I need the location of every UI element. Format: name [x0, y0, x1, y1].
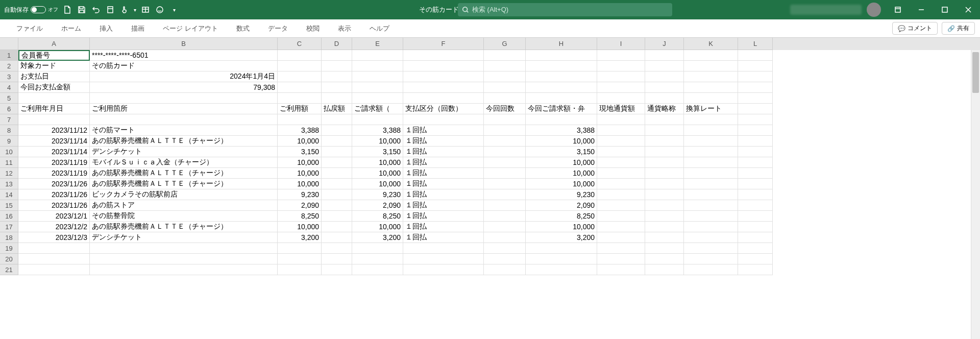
cell[interactable]	[738, 254, 773, 264]
cell[interactable]: デンシチケット	[90, 147, 278, 157]
cell[interactable]	[738, 243, 773, 254]
cell[interactable]	[738, 179, 773, 189]
search-input[interactable]: 検索 (Alt+Q)	[458, 3, 672, 16]
cell[interactable]	[645, 147, 684, 157]
cell[interactable]	[684, 200, 738, 211]
cell[interactable]: 2023/11/26	[18, 189, 90, 200]
cell[interactable]: ご利用年月日	[18, 104, 90, 114]
row-header-21[interactable]: 21	[0, 264, 18, 275]
cell[interactable]: 8,250	[352, 211, 403, 222]
cell[interactable]: 2023/12/2	[18, 222, 90, 232]
cell[interactable]	[322, 93, 352, 104]
column-header-H[interactable]: H	[526, 38, 597, 50]
cell[interactable]	[684, 254, 738, 264]
cell[interactable]	[738, 125, 773, 136]
cell[interactable]	[322, 254, 352, 264]
ribbon-tab-1[interactable]: ホーム	[52, 20, 90, 37]
cell[interactable]: 3,200	[526, 232, 597, 243]
cell[interactable]: １回払	[403, 189, 484, 200]
calculator-icon[interactable]	[105, 5, 115, 15]
save-icon[interactable]	[77, 5, 87, 15]
cell[interactable]	[597, 114, 645, 125]
cell[interactable]	[645, 211, 684, 222]
cell[interactable]	[352, 254, 403, 264]
cell[interactable]: 10,000	[352, 168, 403, 179]
cell[interactable]: 現地通貨額	[597, 104, 645, 114]
column-header-I[interactable]: I	[597, 38, 645, 50]
row-header-9[interactable]: 9	[0, 136, 18, 147]
cell[interactable]	[322, 243, 352, 254]
cell[interactable]: その筋整骨院	[90, 211, 278, 222]
share-button[interactable]: 🔗 共有	[942, 22, 975, 35]
face-icon[interactable]	[155, 5, 165, 15]
cell[interactable]: 今回ご請求額・弁	[526, 104, 597, 114]
cell[interactable]	[684, 93, 738, 104]
row-header-17[interactable]: 17	[0, 222, 18, 232]
cell[interactable]	[484, 254, 526, 264]
cell[interactable]	[597, 50, 645, 61]
cell[interactable]: 10,000	[526, 157, 597, 168]
column-header-J[interactable]: J	[645, 38, 684, 50]
cell[interactable]	[526, 93, 597, 104]
cell[interactable]: １回払	[403, 200, 484, 211]
ribbon-tab-9[interactable]: ヘルプ	[360, 20, 399, 37]
cell[interactable]	[484, 82, 526, 93]
cell[interactable]	[738, 114, 773, 125]
cell[interactable]	[684, 50, 738, 61]
ribbon-tab-7[interactable]: 校閲	[297, 20, 329, 37]
column-header-B[interactable]: B	[90, 38, 278, 50]
cell[interactable]: 2023/11/14	[18, 136, 90, 147]
cell[interactable]: 2023/11/19	[18, 157, 90, 168]
cell[interactable]: 3,388	[352, 125, 403, 136]
column-header-E[interactable]: E	[352, 38, 403, 50]
row-header-10[interactable]: 10	[0, 147, 18, 157]
cell[interactable]	[684, 136, 738, 147]
cell[interactable]: 2023/11/14	[18, 147, 90, 157]
cell[interactable]	[322, 114, 352, 125]
cell[interactable]	[352, 50, 403, 61]
customize-qat-icon[interactable]: ▾	[173, 7, 176, 13]
scrollbar-thumb[interactable]	[972, 52, 979, 93]
cell[interactable]	[597, 243, 645, 254]
cell[interactable]	[484, 50, 526, 61]
cell[interactable]	[322, 211, 352, 222]
cell[interactable]	[597, 71, 645, 82]
cell[interactable]	[738, 157, 773, 168]
row-header-13[interactable]: 13	[0, 179, 18, 189]
select-all-corner[interactable]	[0, 38, 18, 50]
cell[interactable]	[18, 264, 90, 275]
cell[interactable]	[526, 254, 597, 264]
cell[interactable]	[18, 114, 90, 125]
cell[interactable]	[645, 157, 684, 168]
cell[interactable]: あの筋駅券売機前ＡＬＴＴＥ（チャージ）	[90, 136, 278, 147]
row-header-3[interactable]: 3	[0, 71, 18, 82]
cell[interactable]	[322, 71, 352, 82]
cell[interactable]	[484, 147, 526, 157]
cell[interactable]: 換算レート	[684, 104, 738, 114]
cell[interactable]	[484, 264, 526, 275]
cell[interactable]	[322, 147, 352, 157]
ribbon-tab-6[interactable]: データ	[259, 20, 297, 37]
cell[interactable]	[645, 168, 684, 179]
cell[interactable]	[684, 222, 738, 232]
cell[interactable]	[684, 243, 738, 254]
cell[interactable]	[322, 61, 352, 71]
column-header-F[interactable]: F	[403, 38, 484, 50]
cell[interactable]: 3,150	[278, 147, 322, 157]
cell[interactable]	[278, 264, 322, 275]
cell[interactable]: 会員番号	[18, 50, 90, 61]
cell[interactable]	[738, 147, 773, 157]
vertical-scrollbar[interactable]	[971, 50, 980, 339]
cell[interactable]: 8,250	[278, 211, 322, 222]
cell[interactable]	[322, 222, 352, 232]
cell[interactable]: 10,000	[278, 136, 322, 147]
cell[interactable]	[403, 243, 484, 254]
cell[interactable]	[738, 136, 773, 147]
cell[interactable]	[484, 93, 526, 104]
cell[interactable]: １回払	[403, 147, 484, 157]
cell[interactable]	[484, 61, 526, 71]
cell[interactable]	[738, 264, 773, 275]
row-header-4[interactable]: 4	[0, 82, 18, 93]
cell[interactable]	[403, 264, 484, 275]
cell[interactable]	[597, 168, 645, 179]
